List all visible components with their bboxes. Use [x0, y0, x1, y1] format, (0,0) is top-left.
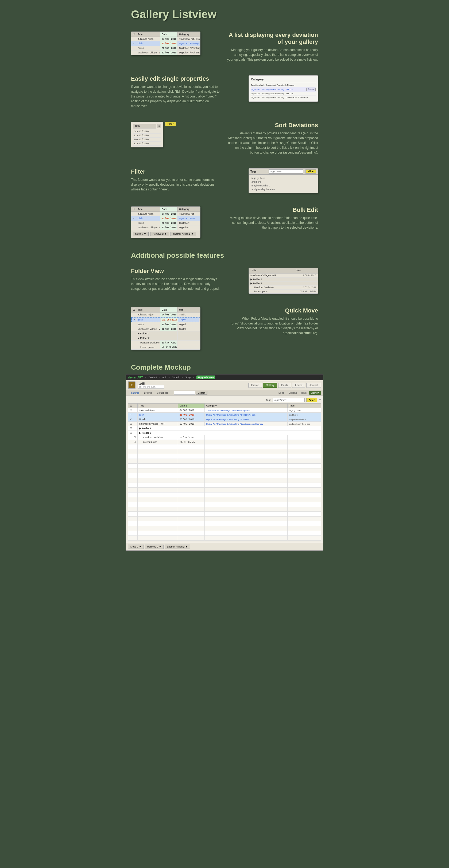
- row-checkbox[interactable]: ☐: [128, 435, 138, 440]
- remove-2-button[interactable]: Remove 2 ▼: [145, 545, 163, 549]
- folder-table-row-indented: Random Deviation 13 / 37 / 4242: [249, 285, 318, 289]
- move-button[interactable]: Move 2 ▼: [133, 232, 149, 236]
- empty-row: [128, 464, 321, 468]
- filter-apply-button[interactable]: Filter: [305, 169, 316, 174]
- filter-settings-icon[interactable]: ☰: [319, 399, 321, 402]
- tags-filter-input[interactable]: [273, 398, 305, 402]
- upgrade-button[interactable]: Upgrade Now: [197, 375, 215, 379]
- row-checkbox[interactable]: ☐: [128, 408, 138, 413]
- move-2-button[interactable]: Move 2 ▼: [128, 545, 144, 549]
- row-checkbox[interactable]: ☐: [128, 431, 138, 435]
- col-header-date[interactable]: Date ▲: [178, 404, 205, 408]
- section2-text: Easily edit single properties If you eve…: [131, 75, 222, 108]
- table-row: ✓ Dish 21 / 05 / 2010 Digital Art / Pain…: [131, 41, 200, 46]
- sort-icon[interactable]: ≡: [157, 124, 161, 128]
- row-date: 04 / 06 / 2010: [178, 408, 205, 413]
- row-tags: and here: [288, 413, 321, 417]
- faves-tab[interactable]: Faves: [292, 383, 305, 388]
- row-checkbox[interactable]: ☐: [128, 426, 138, 431]
- folder-row: ▶ Folder 2: [131, 336, 200, 341]
- filter-button[interactable]: Filter: [165, 122, 176, 126]
- table-row: Mushroom Village - WIP 12 / 05 / 2010 Di…: [131, 225, 200, 230]
- done-tab[interactable]: Done: [277, 391, 286, 395]
- folder-sub-row: ☐ Random Deviation 13 / 37 / 4242: [128, 435, 321, 440]
- folder-row-folder: ▶ Folder 2: [249, 281, 318, 285]
- another-action-2-button[interactable]: another Action 2 ▼: [164, 545, 190, 549]
- complete-mockup: deviantART ● Deviant - tedil ● Submit ● …: [126, 374, 323, 551]
- date-col-header[interactable]: Date: [133, 124, 156, 128]
- prints-tab[interactable]: Prints: [278, 383, 291, 388]
- col-header-title[interactable]: Title: [138, 404, 178, 408]
- gallery-list-table: ☐ Title Date Category Julia and Arjen 04…: [131, 32, 201, 55]
- tags-filter-button[interactable]: Filter: [306, 398, 317, 402]
- row-checkbox[interactable]: ✓: [128, 417, 138, 422]
- empty-row: [128, 478, 321, 483]
- row-tags: [288, 440, 321, 444]
- col-header-category[interactable]: Category: [205, 404, 287, 408]
- row-checkbox[interactable]: ✓: [128, 413, 138, 417]
- journal-tab[interactable]: Journal: [306, 383, 321, 388]
- alert-icon: ✕: [319, 376, 321, 379]
- col-header-date: Date: [160, 207, 177, 212]
- folder-label: ▶ Folder 2: [138, 431, 321, 435]
- empty-row: [128, 449, 321, 454]
- section-filter: Filter This feature would allow you to e…: [120, 163, 329, 198]
- remove-button[interactable]: Remove 2 ▼: [150, 232, 169, 236]
- section5-heading: Bulk Edit: [227, 207, 318, 213]
- empty-row: [128, 454, 321, 459]
- options-tab[interactable]: Options: [287, 391, 298, 395]
- empty-row: [128, 517, 321, 521]
- row-title: Lorem Ipsum: [138, 440, 178, 444]
- edit-link[interactable]: ✎ Edit: [249, 414, 255, 416]
- row-checkbox[interactable]: ☐: [128, 422, 138, 426]
- sort-filter-area: Filter: [165, 122, 176, 148]
- page-header: Gallery Listview: [120, 0, 329, 26]
- empty-row: [128, 502, 321, 507]
- section1-text: Managing your gallery on deviantArt can …: [227, 48, 318, 62]
- row-category: Digital Art / Paintings & Airbrushing / …: [205, 422, 287, 426]
- listview-tab[interactable]: Listview: [309, 391, 321, 395]
- row-category: Traditional Art / Drawings / Portraits &…: [205, 408, 287, 413]
- another-action-button[interactable]: another Action 2 ▼: [171, 232, 196, 236]
- gallery-tab-scrapbook[interactable]: Scrapbook: [155, 391, 170, 395]
- folder-table-row: Mushroom Village - WIP 12 / 05 / 2010: [249, 274, 318, 278]
- sort-date-panel: Date ≡ 04 / 06 / 2010 21 / 05 / 2010 20 …: [131, 122, 163, 148]
- user-search-input[interactable]: [138, 385, 164, 389]
- empty-row: [128, 521, 321, 526]
- category-value: Traditional Art / Drawings / Portraits &…: [251, 84, 294, 86]
- gallery-tab-featured[interactable]: Featured: [128, 391, 141, 395]
- section5-table: ☐ Title Date Category Julia and Arjen 04…: [131, 207, 222, 238]
- gallery-search-button[interactable]: Search: [196, 391, 207, 395]
- empty-row: [128, 468, 321, 473]
- row-checkbox[interactable]: ☐: [128, 440, 138, 444]
- filter-tags-label: Tags: [250, 170, 266, 173]
- gallery-tab-browse[interactable]: Browse: [143, 391, 154, 395]
- filter-tag-item: and here: [251, 180, 315, 184]
- gallery-tab[interactable]: Gallery: [263, 383, 277, 388]
- row-tags: maybe even here: [288, 417, 321, 422]
- row-title[interactable]: Dish: [138, 413, 178, 417]
- profile-tab[interactable]: Profile: [248, 383, 262, 388]
- table-row: Brush 20 / 05 / 2010 Digital Art / Paint…: [131, 46, 200, 51]
- empty-row: [128, 531, 321, 536]
- empty-row: [128, 459, 321, 464]
- page-title: Gallery Listview: [131, 8, 318, 21]
- username: -tedil: [138, 382, 164, 389]
- user-search: [138, 385, 164, 389]
- folder-row-folder: ▶ Folder 1: [249, 278, 318, 281]
- hints-tab[interactable]: Hints: [299, 391, 308, 395]
- table-row: Brush 20 / 05 / 2010 Digital Art: [131, 221, 200, 225]
- tags-label: Tags: [266, 399, 271, 401]
- table-filter-row: Tags Filter ☰: [128, 398, 321, 402]
- user-nav-tabs: Profile Gallery Prints Faves Journal: [248, 383, 321, 388]
- category-edit-panel: Category Traditional Art / Drawings / Po…: [248, 75, 318, 102]
- filter-input-display[interactable]: tags:"here": [269, 169, 303, 174]
- empty-row: [128, 483, 321, 488]
- folder-sub-row: ☐ Lorem Ipsum XI / XI / LMMM: [128, 440, 321, 444]
- row-category: [205, 435, 287, 440]
- gallery-search-input[interactable]: [174, 391, 195, 395]
- edit-category-button[interactable]: ✎ Edit: [306, 88, 316, 91]
- category-value: Digital Art / Paintings & Airbrushing / …: [251, 96, 308, 98]
- row-title: Julia and Arjen: [138, 408, 178, 413]
- folder-row: ☐ ▶ Folder 2: [128, 431, 321, 435]
